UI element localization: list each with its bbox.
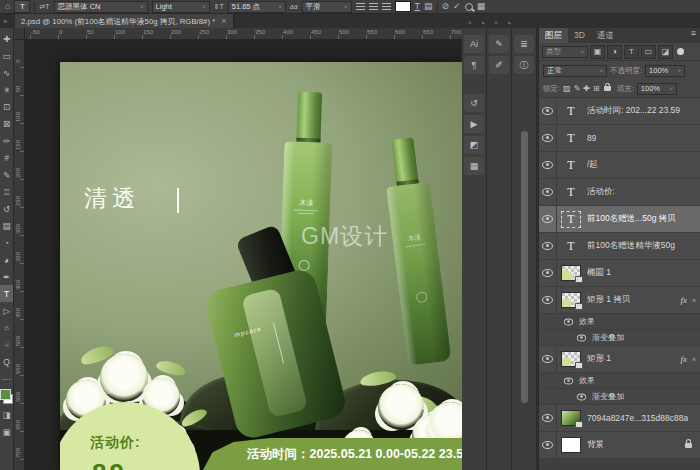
current-tool-icon[interactable]: T (14, 0, 30, 13)
eye-icon[interactable] (577, 393, 586, 400)
eye-icon[interactable] (542, 188, 553, 196)
ai-panel-icon[interactable]: Ai (464, 35, 484, 53)
layer-thumbnail[interactable]: T (561, 157, 581, 174)
layer-row[interactable]: 矩形 1 拷贝fx˄ (539, 287, 700, 314)
layer-effect-row[interactable]: 效果 (539, 373, 700, 389)
layer-effect-row[interactable]: 渐变叠加 (539, 330, 700, 346)
collapse-effects-icon[interactable]: ˄ (692, 356, 696, 363)
visibility-cell[interactable] (539, 405, 557, 431)
lock-all-icon[interactable] (604, 86, 611, 91)
opacity-select[interactable]: 100% ˅ (645, 65, 685, 77)
layer-thumbnail[interactable] (561, 265, 581, 281)
workspace-icon[interactable]: ▦ (477, 2, 486, 11)
visibility-cell[interactable] (539, 206, 557, 232)
document-tab[interactable]: 2.psd @ 100% (前100名赠送精华液50g 拷贝, RGB/8#) … (15, 14, 234, 28)
eye-icon[interactable] (542, 242, 553, 250)
lock-artboard-icon[interactable]: ⊞ (593, 84, 600, 93)
warp-text-icon[interactable]: T (415, 2, 421, 11)
align-left-icon[interactable] (356, 3, 365, 11)
path-selection-tool[interactable]: ▷ (0, 302, 13, 319)
quick-selection-tool[interactable]: ✳ (0, 81, 13, 98)
commit-edit-icon[interactable]: ✓ (453, 2, 461, 11)
layer-thumbnail[interactable]: T (561, 130, 581, 147)
vertical-ruler[interactable]: 0501001502002503003504004505005506006507… (14, 39, 25, 470)
gradient-tool[interactable]: ▤ (0, 217, 13, 234)
pen-tool[interactable]: ✒ (0, 268, 13, 285)
visibility-cell[interactable] (539, 287, 557, 313)
eye-icon[interactable] (542, 441, 553, 449)
layer-row[interactable]: T活动时间: 202...22 23.59 (539, 98, 700, 125)
color-swatches[interactable] (0, 389, 13, 404)
layer-row[interactable]: T活动价: (539, 179, 700, 206)
layer-row[interactable]: 椭圆 1 (539, 260, 700, 287)
font-style-select[interactable]: Light ˅ (152, 1, 210, 13)
lasso-tool[interactable]: ∿ (0, 64, 13, 81)
visibility-cell[interactable] (539, 152, 557, 178)
layer-thumbnail[interactable] (561, 437, 581, 453)
horizontal-ruler[interactable]: -500501001502002503003504004505005506006… (14, 28, 462, 40)
crop-tool[interactable]: ⊡ (0, 98, 13, 115)
filter-adjustment-icon[interactable]: ◑ (607, 45, 622, 59)
visibility-cell[interactable] (539, 233, 557, 259)
dodge-tool[interactable]: ◕ (0, 251, 13, 268)
move-tool[interactable]: ✚ (0, 30, 13, 47)
eye-icon[interactable] (542, 414, 553, 422)
layer-thumbnail[interactable] (561, 351, 581, 367)
frame-tool[interactable]: ⊠ (0, 115, 13, 132)
actions-panel-icon[interactable]: ▶ (464, 115, 484, 133)
blend-mode-select[interactable]: 正常 ˅ (543, 65, 607, 77)
panel-window-controls[interactable]: ˄ × ˄ × (468, 20, 548, 26)
search-icon[interactable] (465, 3, 473, 11)
type-tool[interactable]: T (0, 285, 13, 302)
brush-tool[interactable]: ✎ (0, 166, 13, 183)
toggle-panels-icon[interactable]: ▤ (424, 2, 433, 11)
layer-row[interactable]: 矩形 1fx˄ (539, 346, 700, 373)
quick-mask-icon[interactable]: ◨ (0, 406, 13, 423)
visibility-cell[interactable] (539, 432, 557, 458)
tab-overflow-icon[interactable]: » (3, 17, 7, 26)
history-panel-icon[interactable]: ↺ (464, 94, 484, 112)
scrollbar[interactable] (521, 131, 528, 403)
fx-badge[interactable]: fx (680, 295, 687, 305)
layer-filter-select[interactable]: 类型 ˅ (542, 46, 588, 58)
collapse-effects-icon[interactable]: ˄ (692, 297, 696, 304)
layer-row[interactable]: T前100名赠送精华液50g (539, 233, 700, 260)
layer-thumbnail[interactable]: T (561, 184, 581, 201)
lock-move-icon[interactable]: ✚ (583, 84, 590, 93)
brushes-panel-icon[interactable]: ✐ (489, 56, 509, 74)
layer-thumbnail[interactable]: T (561, 103, 581, 120)
eye-icon[interactable] (542, 296, 553, 304)
swatches-panel-icon[interactable]: ▦ (464, 157, 484, 175)
layer-thumbnail[interactable]: T (561, 211, 581, 228)
anti-alias-select[interactable]: 平滑 ˅ (302, 1, 352, 13)
layer-row[interactable]: T前100名赠送...50g 拷贝 (539, 206, 700, 233)
layer-thumbnail[interactable] (561, 410, 581, 426)
font-family-select[interactable]: 思源黑体 CN ˅ (54, 1, 148, 13)
clone-stamp-tool[interactable]: ♖ (0, 183, 13, 200)
visibility-cell[interactable] (539, 125, 557, 151)
filter-toggle-icon[interactable] (677, 48, 684, 55)
filter-smart-object-icon[interactable]: ◪ (658, 45, 673, 59)
layer-row[interactable]: 7094a8247e...315d88c88a (539, 405, 700, 432)
ellipse-tool[interactable]: ○ (0, 319, 13, 336)
eyedropper-tool[interactable]: ✑ (0, 132, 13, 149)
brush-settings-panel-icon[interactable]: ✎ (489, 35, 509, 53)
tab-3d[interactable]: 3D (568, 28, 591, 43)
eye-icon[interactable] (542, 134, 553, 142)
info-panel-icon[interactable]: ⓘ (514, 56, 534, 74)
blur-tool[interactable]: ◔ (0, 234, 13, 251)
cancel-edit-icon[interactable]: ⊘ (442, 2, 450, 11)
eye-icon[interactable] (542, 215, 553, 223)
align-center-icon[interactable] (369, 3, 378, 11)
fx-badge[interactable]: fx (680, 354, 687, 364)
zoom-tool[interactable]: Q (0, 353, 13, 370)
layer-effect-row[interactable]: 效果 (539, 314, 700, 330)
text-orientation-icon[interactable]: ⇄T (39, 3, 49, 10)
filter-shape-icon[interactable]: ▭ (641, 45, 656, 59)
layer-row[interactable]: 背景 (539, 432, 700, 459)
healing-brush-tool[interactable]: # (0, 149, 13, 166)
layer-row[interactable]: T89 (539, 125, 700, 152)
eye-icon[interactable] (577, 334, 586, 341)
filter-pixel-icon[interactable]: ▣ (590, 45, 605, 59)
align-right-icon[interactable] (382, 3, 391, 11)
